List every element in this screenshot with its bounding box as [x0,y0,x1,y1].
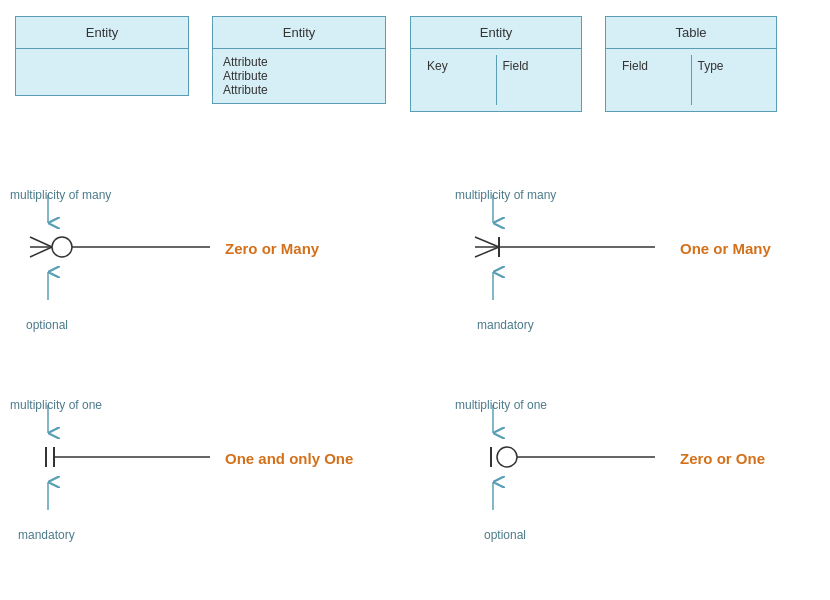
svg-point-22 [497,447,517,467]
zero-or-one-top-label: multiplicity of one [455,398,547,412]
entity3-col1: Key [421,55,496,105]
svg-line-4 [30,237,52,247]
one-or-many-top-label: multiplicity of many [455,188,556,202]
one-and-only-one-bottom-label: mandatory [18,528,75,542]
entity1: Entity [15,16,189,96]
table1-body: FieldType [606,49,776,111]
attribute-item: Attribute [223,83,375,97]
zero-or-many-top-label: multiplicity of many [10,188,111,202]
zero-or-many-label: Zero or Many [225,240,319,257]
one-or-many-label: One or Many [680,240,771,257]
zero-or-one-label: Zero or One [680,450,765,467]
table1-header: Table [606,17,776,49]
entity2-header: Entity [213,17,385,49]
table1-col1: Field [616,55,691,105]
entity1-header: Entity [16,17,188,49]
one-or-many-bottom-label: mandatory [477,318,534,332]
zero-or-one-bottom-label: optional [484,528,526,542]
svg-point-2 [52,237,72,257]
entity3-body: KeyField [411,49,581,111]
entity3-header: Entity [411,17,581,49]
table1: TableFieldType [605,16,777,112]
entity3: EntityKeyField [410,16,582,112]
entity3-col2: Field [496,55,572,105]
entity2: EntityAttributeAttributeAttribute [212,16,386,104]
zero-or-many-bottom-label: optional [26,318,68,332]
attribute-item: Attribute [223,55,375,69]
svg-line-11 [475,237,499,247]
entity1-body [16,49,188,95]
table1-col2: Type [691,55,767,105]
attribute-item: Attribute [223,69,375,83]
svg-line-13 [475,247,499,257]
svg-line-6 [30,247,52,257]
one-and-only-one-top-label: multiplicity of one [10,398,102,412]
entity2-body: AttributeAttributeAttribute [213,49,385,103]
one-and-only-one-label: One and only One [225,450,353,467]
